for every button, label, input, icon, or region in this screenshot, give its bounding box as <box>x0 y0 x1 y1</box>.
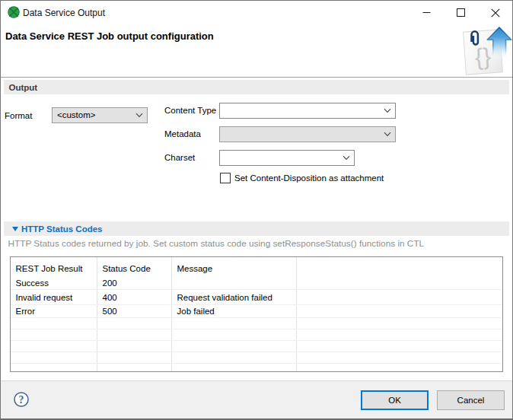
http-status-section-title: HTTP Status Codes <box>18 224 103 234</box>
metadata-label: Metadata <box>164 126 201 142</box>
cell-empty <box>297 364 502 372</box>
cell-empty <box>297 318 502 329</box>
svg-text:?: ? <box>19 394 24 406</box>
cell-empty <box>11 318 97 329</box>
minimize-button[interactable] <box>409 1 444 24</box>
cell-rest-job-result: Invalid request <box>11 290 97 304</box>
content-type-label: Content Type <box>164 103 216 119</box>
table-row[interactable]: Success 200 <box>11 276 502 290</box>
cell-empty <box>297 329 502 340</box>
cell-empty <box>11 364 97 372</box>
cell-empty <box>11 352 97 363</box>
cell-empty <box>97 352 172 363</box>
cell-status-code: 500 <box>97 305 172 317</box>
cell-empty <box>297 341 502 352</box>
dialog-heading: Data Service REST Job output configurati… <box>5 30 214 42</box>
close-icon <box>491 8 500 18</box>
ok-button[interactable]: OK <box>361 390 429 410</box>
chevron-down-icon <box>343 155 350 161</box>
chevron-down-icon <box>135 113 143 118</box>
table-header-row: REST Job Result Status Code Message <box>11 257 502 276</box>
table-row-empty[interactable] <box>11 352 502 364</box>
column-header[interactable]: Message <box>172 257 297 276</box>
format-dropdown[interactable]: <custom> <box>52 107 148 123</box>
cell-extra <box>297 290 502 304</box>
header-separator <box>1 77 512 78</box>
cell-empty <box>97 329 172 340</box>
cell-status-code: 200 <box>97 276 172 289</box>
minimize-icon <box>422 8 431 17</box>
maximize-button[interactable] <box>444 1 478 24</box>
charset-label: Charset <box>164 150 195 166</box>
chevron-down-icon <box>384 132 391 137</box>
cell-empty <box>172 364 297 372</box>
attachment-checkbox[interactable] <box>220 173 231 183</box>
format-value: <custom> <box>57 108 96 123</box>
output-section-header: Output <box>4 80 509 94</box>
table-row-empty[interactable] <box>11 364 502 372</box>
cell-message: Job failed <box>172 305 297 317</box>
cell-message: Request validation failed <box>172 290 297 304</box>
cell-empty <box>172 329 297 340</box>
help-icon[interactable]: ? <box>14 392 29 407</box>
column-header[interactable] <box>297 257 502 276</box>
cell-rest-job-result: Error <box>11 305 97 317</box>
collapse-triangle-icon <box>12 227 18 231</box>
cell-empty <box>11 329 97 340</box>
cell-extra <box>297 305 502 317</box>
attachment-checkbox-label: Set Content-Disposition as attachment <box>234 170 384 186</box>
cancel-button[interactable]: Cancel <box>437 390 505 410</box>
cell-extra <box>297 276 502 289</box>
close-button[interactable] <box>478 1 512 24</box>
cell-empty <box>172 352 297 363</box>
title-bar: Data Service Output <box>1 1 512 25</box>
table-row[interactable]: Error 500 Job failed <box>11 305 502 318</box>
content-type-dropdown[interactable] <box>219 103 396 119</box>
format-label: Format <box>5 108 32 124</box>
button-bar: ? OK Cancel <box>1 380 512 418</box>
app-icon <box>8 6 20 18</box>
window-title: Data Service Output <box>23 1 105 25</box>
cell-empty <box>297 352 502 363</box>
cell-rest-job-result: Success <box>11 276 97 289</box>
cell-empty <box>11 341 97 352</box>
cell-empty <box>172 318 297 329</box>
rest-output-icon: {} <box>461 26 513 76</box>
svg-text:{}: {} <box>474 43 492 70</box>
cell-empty <box>97 318 172 329</box>
charset-dropdown[interactable] <box>219 150 355 166</box>
http-status-description: HTTP Status codes returned by job. Set c… <box>8 238 507 249</box>
chevron-down-icon <box>384 108 391 113</box>
maximize-icon <box>457 8 465 17</box>
table-row-empty[interactable] <box>11 341 502 352</box>
cell-message <box>172 276 297 289</box>
cell-empty <box>172 341 297 352</box>
table-row-empty[interactable] <box>11 329 502 341</box>
output-section-title: Output <box>4 83 37 92</box>
cell-status-code: 400 <box>97 290 172 304</box>
cell-empty <box>97 364 172 372</box>
column-header[interactable]: Status Code <box>97 257 172 276</box>
column-header[interactable]: REST Job Result <box>11 257 97 276</box>
cancel-button-label: Cancel <box>457 396 485 405</box>
http-status-section-header[interactable]: HTTP Status Codes <box>4 221 509 236</box>
metadata-dropdown[interactable] <box>219 126 396 142</box>
ok-button-label: OK <box>388 396 401 405</box>
cell-empty <box>97 341 172 352</box>
table-row-empty[interactable] <box>11 318 502 329</box>
status-codes-table[interactable]: REST Job Result Status Code Message Succ… <box>10 256 503 372</box>
table-row[interactable]: Invalid request 400 Request validation f… <box>11 290 502 305</box>
dialog-window: Data Service Output Data Service REST Jo… <box>0 0 513 420</box>
